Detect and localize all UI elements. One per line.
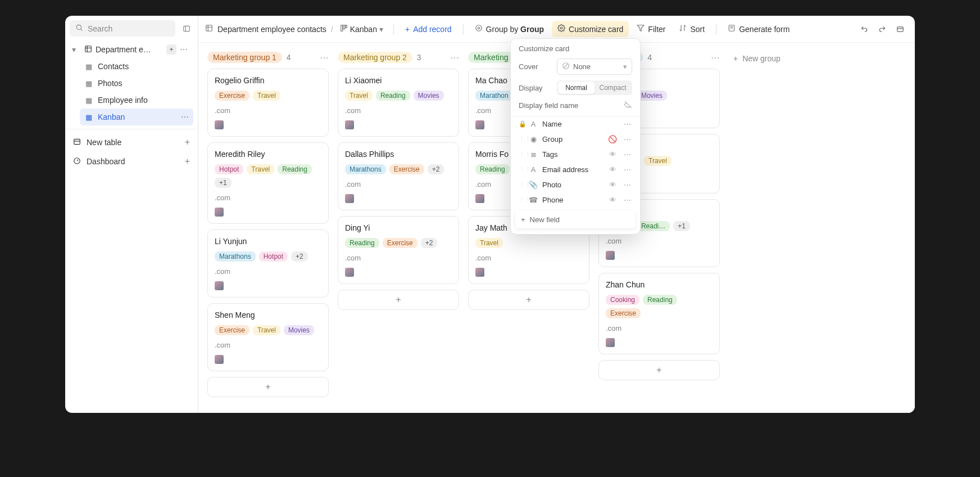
tag: Travel [345,91,373,101]
sidebar-view-contacts[interactable]: ▦Contacts [80,58,193,75]
search-input[interactable]: Search [70,20,175,37]
display-compact-option[interactable]: Compact [595,82,631,94]
add-card-button[interactable]: + [468,290,589,310]
drag-handle[interactable]: ⋮⋮ [519,151,524,158]
new-field-button[interactable]: + New field [515,211,636,228]
field-row-photo[interactable]: ⋮⋮📎Photo👁⋯ [511,177,640,192]
display-normal-option[interactable]: Normal [558,82,595,94]
field-row-group[interactable]: ⋮⋮◉Group🚫⋯ [511,132,640,147]
column-more-button[interactable]: ⋯ [320,52,329,63]
field-more-button[interactable]: ⋯ [622,120,632,128]
column-title[interactable]: Marketing group 2 [338,52,412,63]
search-icon [75,24,83,33]
breadcrumb-root[interactable]: Department employee contacts [217,25,326,34]
none-icon [562,62,570,71]
kanban-card[interactable]: Li YunjunMarathonsHotpot+2.com [207,230,329,298]
tag: Exercise [215,91,249,101]
database-tree-item[interactable]: ▾ Department e… + ⋯ [70,41,193,58]
drag-handle[interactable]: ⋮⋮ [519,181,524,188]
svg-rect-2 [184,26,190,31]
tag: Exercise [215,325,249,335]
card-name: Li Xiaomei [345,76,452,85]
sort-icon [679,24,687,34]
add-card-button[interactable]: + [598,360,720,380]
add-record-button[interactable]: + Add record [400,21,457,37]
add-card-button[interactable]: + [207,377,329,397]
collapse-sidebar-button[interactable] [180,22,193,35]
display-field-name-label: Display field name [519,101,578,110]
generate-form-button[interactable]: Generate form [722,21,795,37]
caret-down-icon: ▾ [72,45,81,54]
tag: Movies [414,91,444,101]
field-more-button[interactable]: ⋯ [622,135,632,143]
column-more-button[interactable]: ⋯ [450,52,459,63]
field-more-button[interactable]: ⋯ [622,165,632,174]
sidebar-view-employee-info[interactable]: ▦Employee info [80,92,193,109]
undo-button[interactable] [856,21,872,37]
field-name: Tags [542,150,603,159]
kanban-card[interactable]: Rogelio GriffinExerciseTravel.com [207,69,329,137]
sidebar-view-photos[interactable]: ▦Photos [80,75,193,92]
drag-handle[interactable]: ⋮⋮ [519,166,524,173]
tag: +2 [428,164,444,174]
eye-slash-icon[interactable] [624,101,632,110]
field-row-email-address[interactable]: ⋮⋮AEmail address👁⋯ [511,162,640,177]
filter-button[interactable]: Filter [631,21,671,37]
redo-button[interactable] [874,21,890,37]
column-title[interactable]: Marketing group 1 [207,52,282,63]
svg-rect-7 [74,139,80,144]
drag-handle[interactable]: ⋮⋮ [519,196,524,204]
field-more-button[interactable]: ⋯ [622,150,632,159]
kanban-card[interactable]: Li XiaomeiTravelReadingMovies.com [338,69,459,137]
grid-icon [84,45,92,55]
new-field-label: New field [530,215,560,224]
kanban-card[interactable]: Shen MengExerciseTravelMovies.com [207,303,329,371]
kanban-icon [340,24,348,34]
field-more-button[interactable]: ⋯ [622,181,632,189]
eye-icon[interactable]: 👁 [607,165,618,174]
column-more-button[interactable]: ⋯ [711,52,720,63]
column-count: 3 [417,53,421,62]
column-title[interactable]: Marketing [468,52,514,63]
kanban-card[interactable]: Meredith RileyHotpotTravelReading+1.com [207,142,329,224]
sort-button[interactable]: Sort [673,21,710,37]
gallery-icon: ▦ [84,79,93,88]
tag: +1 [673,221,690,231]
view-switcher[interactable]: Kanban ▾ [335,21,388,37]
eye-icon[interactable]: 👁 [607,150,618,159]
breadcrumb-sep: / [331,25,333,34]
tag: Reading [475,164,510,174]
popover-title: Customize card [519,44,569,53]
field-more-button[interactable]: ⋯ [622,196,632,204]
database-more-button[interactable]: ⋯ [180,45,191,54]
sidebar-view-kanban[interactable]: ▦Kanban⋯ [80,109,193,125]
eye-icon[interactable]: 👁 [607,196,618,204]
view-more-button[interactable]: ⋯ [181,112,189,122]
customize-card-button[interactable]: Customize card [552,21,629,37]
dashboard-button[interactable]: Dashboard + [70,152,193,171]
field-type-icon: 📎 [529,181,538,189]
drag-handle[interactable]: ⋮⋮ [519,136,524,143]
eye-icon[interactable]: 👁 [607,181,618,189]
eye-slash-icon[interactable]: 🚫 [607,135,618,143]
add-card-button[interactable]: + [338,290,459,310]
search-placeholder: Search [88,24,112,33]
kanban-card[interactable]: Ding YiReadingExercise+2.com [338,216,459,284]
kanban-card[interactable]: Zhan ChunCookingReadingExercise.com [598,273,720,354]
add-view-button[interactable]: + [166,44,176,55]
field-row-name[interactable]: 🔒AName⋯ [511,116,640,132]
new-group-button[interactable]: +New group [729,52,785,65]
group-icon [475,24,483,34]
tag: Reading [376,91,410,101]
field-row-tags[interactable]: ⋮⋮≣Tags👁⋯ [511,147,640,162]
new-table-button[interactable]: New table + [70,133,193,152]
card-tags: Travel [475,238,582,248]
kanban-card[interactable]: Dallas PhillipsMarathonsExercise+2.com [338,142,459,210]
more-button[interactable] [892,21,908,37]
cover-select[interactable]: None ▾ [557,58,632,75]
display-segment[interactable]: Normal Compact [557,80,632,95]
field-row-phone[interactable]: ⋮⋮☎Phone👁⋯ [511,192,640,208]
filter-icon [637,24,645,34]
group-by-button[interactable]: Group by Group [469,21,550,37]
sort-label: Sort [690,25,705,34]
